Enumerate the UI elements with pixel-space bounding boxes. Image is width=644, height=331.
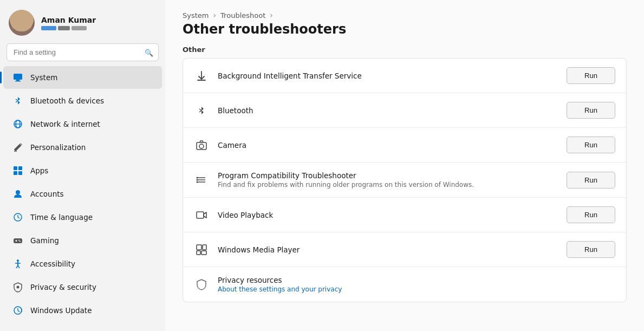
sidebar-label-time: Time & language bbox=[30, 213, 93, 222]
camera-title: Camera bbox=[218, 141, 558, 150]
windows-update-icon bbox=[12, 304, 24, 316]
bits-title: Background Intelligent Transfer Service bbox=[218, 72, 558, 80]
svg-rect-41 bbox=[201, 251, 206, 255]
bits-run-button[interactable]: Run bbox=[567, 67, 615, 84]
video-title: Video Playback bbox=[218, 211, 558, 219]
svg-rect-9 bbox=[14, 171, 17, 175]
breadcrumb-troubleshoot[interactable]: Troubleshoot bbox=[220, 11, 265, 20]
svg-point-25 bbox=[17, 286, 19, 289]
svg-point-20 bbox=[17, 259, 19, 262]
list-item: Privacy resources About these settings a… bbox=[183, 267, 626, 302]
sidebar-label-bluetooth: Bluetooth & devices bbox=[30, 96, 104, 105]
breadcrumb-system[interactable]: System bbox=[183, 11, 209, 20]
sidebar-item-accessibility[interactable]: Accessibility bbox=[3, 252, 162, 275]
compat-run-button[interactable]: Run bbox=[567, 172, 615, 189]
user-info: Aman Kumar bbox=[41, 16, 96, 30]
sidebar-label-system: System bbox=[30, 73, 57, 82]
sidebar-label-personalization: Personalization bbox=[30, 143, 86, 152]
breadcrumb-sep-2: › bbox=[270, 11, 273, 20]
svg-rect-15 bbox=[14, 238, 22, 243]
compat-icon bbox=[194, 172, 209, 187]
media-player-icon bbox=[194, 242, 209, 257]
video-icon bbox=[194, 207, 209, 223]
svg-rect-40 bbox=[197, 251, 200, 255]
svg-rect-10 bbox=[18, 171, 22, 175]
section-label: Other bbox=[183, 46, 627, 54]
time-icon bbox=[12, 211, 24, 223]
user-bar-2 bbox=[58, 26, 70, 30]
sidebar-label-accounts: Accounts bbox=[30, 190, 64, 198]
list-item: Program Compatibility Troubleshooter Fin… bbox=[183, 163, 626, 198]
privacy-icon bbox=[12, 281, 24, 293]
sidebar-item-accounts[interactable]: Accounts bbox=[3, 183, 162, 205]
search-box: 🔍 bbox=[6, 43, 159, 61]
camera-icon bbox=[194, 138, 209, 153]
sidebar-item-personalization[interactable]: Personalization bbox=[3, 136, 162, 159]
privacy-info: Privacy resources About these settings a… bbox=[218, 276, 615, 293]
sidebar-nav: System Bluetooth & devices Network & int… bbox=[0, 66, 165, 331]
personalization-icon bbox=[12, 141, 24, 153]
gaming-icon bbox=[12, 235, 24, 246]
user-bar-3 bbox=[71, 26, 87, 30]
bluetooth-info: Bluetooth bbox=[218, 106, 558, 115]
svg-point-30 bbox=[199, 144, 204, 148]
network-icon bbox=[12, 118, 24, 130]
svg-point-11 bbox=[16, 190, 20, 194]
compat-desc: Find and fix problems with running older… bbox=[218, 181, 558, 189]
svg-point-18 bbox=[18, 240, 19, 241]
svg-rect-0 bbox=[14, 74, 22, 80]
bits-icon bbox=[194, 68, 209, 83]
sidebar-item-apps[interactable]: Apps bbox=[3, 159, 162, 182]
sidebar-item-network[interactable]: Network & internet bbox=[3, 113, 162, 135]
bluetooth-icon bbox=[12, 95, 24, 107]
svg-rect-7 bbox=[14, 166, 17, 170]
user-name: Aman Kumar bbox=[41, 16, 96, 24]
svg-point-36 bbox=[197, 181, 198, 183]
list-item: Camera Run bbox=[183, 128, 626, 163]
sidebar-item-gaming[interactable]: Gaming bbox=[3, 229, 162, 252]
sidebar-item-windows-update[interactable]: Windows Update bbox=[3, 299, 162, 322]
svg-rect-38 bbox=[197, 245, 201, 250]
sidebar-item-bluetooth[interactable]: Bluetooth & devices bbox=[3, 89, 162, 112]
svg-point-35 bbox=[197, 179, 198, 181]
svg-point-19 bbox=[19, 241, 21, 242]
troubleshooter-list: Background Intelligent Transfer Service … bbox=[183, 58, 627, 302]
list-item: Windows Media Player Run bbox=[183, 232, 626, 267]
bluetooth-ts-icon bbox=[194, 103, 209, 118]
main-content: System › Troubleshoot › Other troublesho… bbox=[165, 0, 644, 331]
apps-icon bbox=[12, 165, 24, 177]
svg-rect-37 bbox=[197, 212, 204, 218]
list-item: Bluetooth Run bbox=[183, 93, 626, 128]
search-icon: 🔍 bbox=[145, 48, 153, 56]
bluetooth-run-button[interactable]: Run bbox=[567, 102, 615, 119]
camera-run-button[interactable]: Run bbox=[567, 137, 615, 153]
svg-line-23 bbox=[16, 265, 18, 268]
privacy-title: Privacy resources bbox=[218, 276, 615, 284]
bluetooth-title: Bluetooth bbox=[218, 106, 558, 115]
sidebar: Aman Kumar 🔍 System bbox=[0, 0, 165, 331]
svg-line-24 bbox=[18, 265, 19, 268]
media-info: Windows Media Player bbox=[218, 245, 558, 254]
svg-rect-1 bbox=[16, 80, 19, 81]
svg-rect-8 bbox=[18, 166, 22, 170]
video-info: Video Playback bbox=[218, 211, 558, 219]
user-bars bbox=[41, 26, 96, 30]
list-item: Video Playback Run bbox=[183, 198, 626, 232]
sidebar-item-system[interactable]: System bbox=[3, 66, 162, 89]
breadcrumb-sep-1: › bbox=[213, 11, 216, 20]
video-run-button[interactable]: Run bbox=[567, 206, 615, 223]
media-title: Windows Media Player bbox=[218, 245, 558, 254]
sidebar-label-windows-update: Windows Update bbox=[30, 306, 92, 315]
breadcrumb: System › Troubleshoot › bbox=[183, 11, 627, 20]
compat-title: Program Compatibility Troubleshooter bbox=[218, 171, 558, 180]
privacy-link[interactable]: About these settings and your privacy bbox=[218, 285, 342, 293]
sidebar-item-privacy[interactable]: Privacy & security bbox=[3, 276, 162, 298]
search-input[interactable] bbox=[6, 43, 159, 61]
media-run-button[interactable]: Run bbox=[567, 241, 615, 258]
system-icon bbox=[12, 72, 24, 83]
accessibility-icon bbox=[12, 258, 24, 270]
sidebar-item-time[interactable]: Time & language bbox=[3, 206, 162, 229]
user-profile: Aman Kumar bbox=[0, 0, 165, 43]
sidebar-label-apps: Apps bbox=[30, 166, 48, 175]
sidebar-label-gaming: Gaming bbox=[30, 236, 59, 245]
